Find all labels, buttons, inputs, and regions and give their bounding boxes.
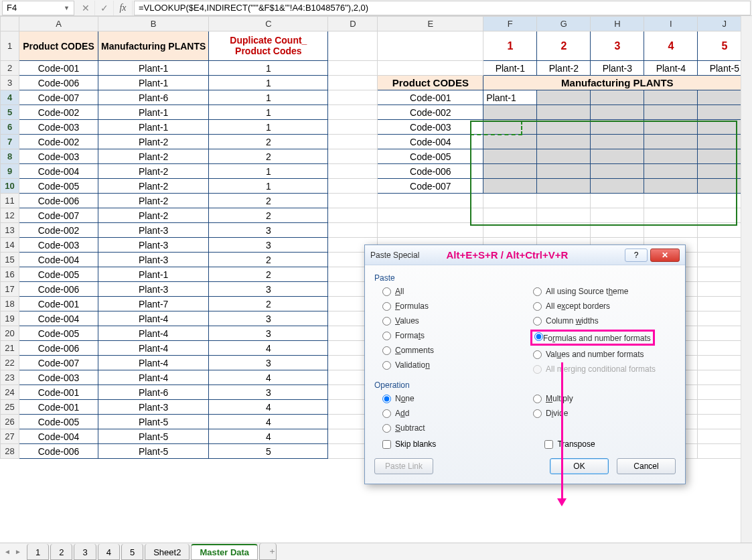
- radio-validation[interactable]: Validation: [382, 360, 525, 370]
- radio-all[interactable]: All: [382, 287, 525, 296]
- row-header-18[interactable]: 18: [1, 297, 19, 311]
- col-header-I[interactable]: I: [644, 17, 698, 31]
- cell-F4[interactable]: Plant-1: [483, 90, 537, 105]
- sheet-tab-sheet2[interactable]: Sheet2: [145, 544, 190, 560]
- formula-input[interactable]: =VLOOKUP($E4,INDIRECT("'"&F$1&"'!A4:B104…: [134, 1, 751, 15]
- cell-B4[interactable]: Plant-6: [98, 90, 209, 105]
- cell-B13[interactable]: Plant-3: [98, 223, 209, 238]
- col-header-E[interactable]: E: [378, 17, 483, 31]
- cell-B17[interactable]: Plant-3: [98, 282, 209, 297]
- cell-A27[interactable]: Code-004: [19, 429, 98, 444]
- cell-A3[interactable]: Code-006: [19, 76, 98, 90]
- radio-formats[interactable]: Formats: [382, 331, 525, 340]
- radio-column-widths[interactable]: Column widths: [533, 316, 676, 326]
- row-header-24[interactable]: 24: [1, 385, 19, 400]
- cell-E13[interactable]: [378, 223, 483, 238]
- row-header-11[interactable]: 11: [1, 194, 19, 208]
- cell-G6[interactable]: [537, 120, 591, 135]
- row-header-12[interactable]: 12: [1, 208, 19, 223]
- cell-F6[interactable]: [483, 120, 537, 135]
- radio-subtract[interactable]: Subtract: [382, 423, 525, 433]
- cell-B1[interactable]: Manufacturing PLANTS: [98, 31, 209, 61]
- cell-F12[interactable]: [483, 208, 537, 223]
- cell-B5[interactable]: Plant-1: [98, 105, 209, 120]
- vertical-scrollbar[interactable]: [741, 16, 752, 543]
- cell-C4[interactable]: 1: [209, 90, 328, 105]
- cell-B16[interactable]: Plant-1: [98, 267, 209, 282]
- row-header-22[interactable]: 22: [1, 356, 19, 370]
- cell-A5[interactable]: Code-002: [19, 105, 98, 120]
- row-header-3[interactable]: 3: [1, 76, 19, 90]
- cell-B6[interactable]: Plant-1: [98, 120, 209, 135]
- cell-B7[interactable]: Plant-2: [98, 135, 209, 149]
- cell-I13[interactable]: [644, 223, 698, 238]
- cell-C22[interactable]: 3: [209, 356, 328, 370]
- cell-I2[interactable]: Plant-4: [644, 61, 698, 76]
- cell-B19[interactable]: Plant-4: [98, 311, 209, 326]
- cell-D1[interactable]: [328, 31, 378, 61]
- row-header-28[interactable]: 28: [1, 444, 19, 459]
- cell-A17[interactable]: Code-006: [19, 282, 98, 297]
- cell-C11[interactable]: 2: [209, 194, 328, 208]
- cell-I6[interactable]: [644, 120, 698, 135]
- cell-A19[interactable]: Code-004: [19, 311, 98, 326]
- sheet-tab-3[interactable]: 3: [74, 544, 96, 560]
- cell-A16[interactable]: Code-005: [19, 267, 98, 282]
- cell-A26[interactable]: Code-005: [19, 415, 98, 429]
- cell-C13[interactable]: 3: [209, 223, 328, 238]
- radio-formulas[interactable]: Formulas: [382, 301, 525, 311]
- cell-F9[interactable]: [483, 164, 537, 179]
- cell-A20[interactable]: Code-005: [19, 326, 98, 341]
- cell-C18[interactable]: 2: [209, 297, 328, 311]
- row-header-5[interactable]: 5: [1, 105, 19, 120]
- cell-F8[interactable]: [483, 149, 537, 164]
- cell-E4[interactable]: Code-001: [378, 90, 483, 105]
- cell-D3[interactable]: [328, 76, 378, 90]
- cell-D2[interactable]: [328, 61, 378, 76]
- cell-C2[interactable]: 1: [209, 61, 328, 76]
- cell-I4[interactable]: [644, 90, 698, 105]
- cell-C3[interactable]: 1: [209, 76, 328, 90]
- row-header-10[interactable]: 10: [1, 179, 19, 194]
- cell-A9[interactable]: Code-004: [19, 164, 98, 179]
- cell-H12[interactable]: [591, 208, 644, 223]
- cell-F5[interactable]: [483, 105, 537, 120]
- cell-F3[interactable]: Manufacturing PLANTS: [483, 76, 751, 90]
- cell-D7[interactable]: [328, 135, 378, 149]
- cell-B24[interactable]: Plant-6: [98, 385, 209, 400]
- cell-G9[interactable]: [537, 164, 591, 179]
- row-header-16[interactable]: 16: [1, 267, 19, 282]
- tab-nav-prev-icon[interactable]: ◄: [3, 547, 12, 557]
- cell-I5[interactable]: [644, 105, 698, 120]
- row-header-1[interactable]: 1: [1, 31, 19, 61]
- cell-B23[interactable]: Plant-4: [98, 370, 209, 385]
- cell-G7[interactable]: [537, 135, 591, 149]
- name-box[interactable]: F4 ▼: [2, 1, 74, 15]
- radio-formulas-and-number-formats[interactable]: Formulas and number formats: [533, 331, 676, 344]
- cell-A2[interactable]: Code-001: [19, 61, 98, 76]
- cell-C10[interactable]: 1: [209, 179, 328, 194]
- row-header-13[interactable]: 13: [1, 223, 19, 238]
- cell-B28[interactable]: Plant-5: [98, 444, 209, 459]
- cell-A22[interactable]: Code-007: [19, 356, 98, 370]
- cell-A10[interactable]: Code-005: [19, 179, 98, 194]
- cell-B14[interactable]: Plant-3: [98, 238, 209, 253]
- transpose-checkbox[interactable]: Transpose: [536, 439, 595, 449]
- row-header-17[interactable]: 17: [1, 282, 19, 297]
- cell-I1[interactable]: 4: [644, 31, 698, 61]
- row-header-2[interactable]: 2: [1, 61, 19, 76]
- cell-A4[interactable]: Code-007: [19, 90, 98, 105]
- fx-icon[interactable]: fx: [114, 1, 133, 15]
- cell-B18[interactable]: Plant-7: [98, 297, 209, 311]
- cell-H10[interactable]: [591, 179, 644, 194]
- cell-G8[interactable]: [537, 149, 591, 164]
- cell-C1[interactable]: Duplicate Count_ Product Codes: [209, 31, 328, 61]
- cell-A12[interactable]: Code-007: [19, 208, 98, 223]
- cell-I10[interactable]: [644, 179, 698, 194]
- cell-E6[interactable]: Code-003: [378, 120, 483, 135]
- cell-B8[interactable]: Plant-2: [98, 149, 209, 164]
- col-header-C[interactable]: C: [209, 17, 328, 31]
- radio-all-using-source-theme[interactable]: All using Source theme: [533, 287, 676, 296]
- cell-I9[interactable]: [644, 164, 698, 179]
- cell-H7[interactable]: [591, 135, 644, 149]
